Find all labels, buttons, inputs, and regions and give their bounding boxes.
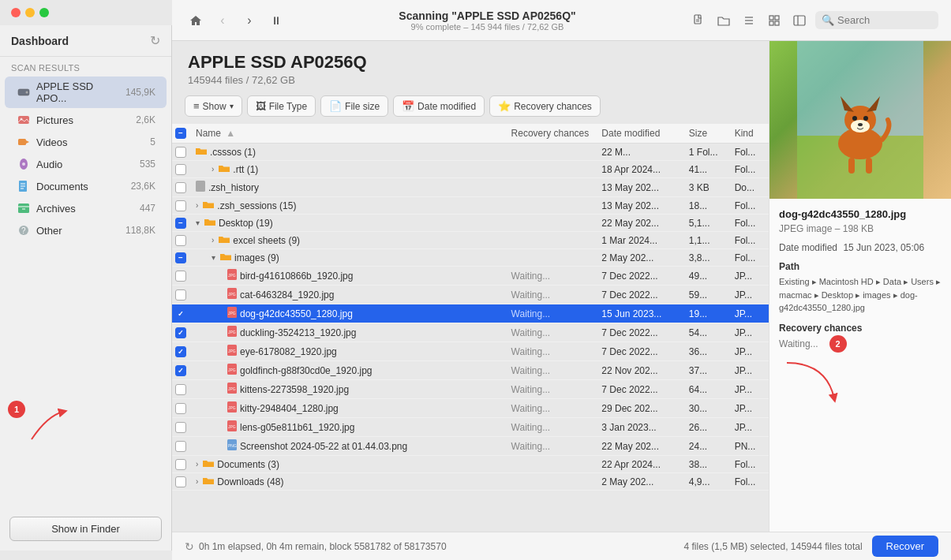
- row-checkbox[interactable]: [175, 327, 186, 338]
- sidebar-item-other[interactable]: ? Other 118,8K: [5, 220, 167, 241]
- row-checkbox[interactable]: [175, 346, 186, 357]
- row-checkbox[interactable]: [175, 308, 186, 319]
- file-type-filter-button[interactable]: 🖼 File Type: [247, 95, 316, 117]
- row-checkbox[interactable]: [175, 289, 186, 301]
- kind-column-header[interactable]: Kind: [728, 124, 769, 144]
- svg-point-1: [26, 91, 28, 94]
- sidebar-item-audio-count: 535: [140, 159, 155, 170]
- table-row[interactable]: JPGkittens-2273598_1920.jpgWaiting...7 D…: [172, 380, 769, 399]
- close-button[interactable]: [11, 8, 21, 17]
- file-size-filter-button[interactable]: 📄 File size: [320, 95, 388, 117]
- sidebar-item-audio[interactable]: Audio 535: [5, 154, 167, 174]
- table-row[interactable]: ›excel sheets (9)1 Mar 2024...1,1...Fol.…: [172, 232, 769, 249]
- row-name: JPGbird-g41610866b_1920.jpg: [189, 267, 505, 286]
- row-checkbox[interactable]: [175, 252, 186, 263]
- row-checkbox[interactable]: [175, 384, 186, 395]
- table-row[interactable]: JPGkitty-2948404_1280.jpgWaiting...29 De…: [172, 399, 769, 418]
- table-row[interactable]: JPGcat-6463284_1920.jpgWaiting...7 Dec 2…: [172, 286, 769, 304]
- sidebar-item-documents[interactable]: Documents 23,6K: [5, 176, 167, 196]
- row-checkbox[interactable]: [175, 164, 186, 175]
- sidebar-item-videos[interactable]: Videos 5: [5, 132, 167, 152]
- row-checkbox[interactable]: [175, 147, 186, 158]
- back-button[interactable]: ‹: [212, 9, 234, 32]
- home-button[interactable]: [185, 9, 207, 32]
- row-recovery: Waiting...: [505, 399, 596, 418]
- search-input[interactable]: [837, 14, 932, 26]
- sidebar-item-apple-ssd[interactable]: APPLE SSD APO... 145,9K: [5, 77, 167, 108]
- row-date: 22 M...: [595, 144, 683, 161]
- row-name: .csssos (1): [189, 144, 505, 161]
- row-checkbox[interactable]: [175, 200, 186, 211]
- new-file-button[interactable]: [687, 9, 710, 32]
- date-column-header[interactable]: Date modified: [595, 124, 683, 144]
- name-column-header[interactable]: Name ▲: [189, 124, 505, 144]
- grid-view-button[interactable]: [763, 9, 785, 32]
- table-row[interactable]: ▾Desktop (19)22 May 202...5,1...Fol...: [172, 215, 769, 232]
- sidebar-toggle-button[interactable]: [788, 9, 811, 32]
- table-row[interactable]: ›.zsh_sessions (15)13 May 202...18...Fol…: [172, 197, 769, 215]
- table-row[interactable]: JPGeye-6178082_1920.jpgWaiting...7 Dec 2…: [172, 342, 769, 361]
- row-checkbox[interactable]: [175, 218, 186, 229]
- minimize-button[interactable]: [25, 8, 35, 17]
- row-checkbox[interactable]: [175, 271, 186, 282]
- expand-arrow[interactable]: ›: [212, 165, 214, 174]
- row-kind: JP...: [728, 286, 769, 304]
- sidebar-item-archives[interactable]: Archives 447: [5, 198, 167, 218]
- details-info: dog-g42dc43550_1280.jpg JPEG image – 198…: [769, 199, 951, 532]
- expand-arrow[interactable]: ›: [196, 477, 198, 486]
- show-filter-button[interactable]: ≡ Show ▾: [185, 95, 242, 117]
- expand-arrow[interactable]: ▾: [196, 218, 200, 227]
- row-size: 3,8...: [683, 249, 728, 267]
- row-checkbox[interactable]: [175, 235, 186, 246]
- expand-arrow[interactable]: ▾: [212, 253, 215, 262]
- size-column-header[interactable]: Size: [683, 124, 728, 144]
- list-view-button[interactable]: [738, 9, 760, 32]
- row-kind: JP...: [728, 304, 769, 323]
- row-name: JPGeye-6178082_1920.jpg: [189, 342, 505, 361]
- forward-button[interactable]: ›: [238, 9, 260, 32]
- expand-arrow[interactable]: ›: [196, 201, 198, 210]
- table-row[interactable]: JPGbird-g41610866b_1920.jpgWaiting...7 D…: [172, 267, 769, 286]
- select-all-header[interactable]: [172, 124, 189, 144]
- status-right: 4 files (1,5 MB) selected, 145944 files …: [683, 536, 938, 557]
- row-checkbox[interactable]: [175, 476, 186, 487]
- table-row[interactable]: JPGduckling-3524213_1920.jpgWaiting...7 …: [172, 323, 769, 342]
- expand-arrow[interactable]: ›: [212, 236, 214, 245]
- row-checkbox[interactable]: [175, 441, 186, 452]
- row-kind: JP...: [728, 342, 769, 361]
- table-row[interactable]: ›.rtt (1)18 Apr 2024...41...Fol...: [172, 161, 769, 178]
- row-name-text: excel sheets (9): [233, 235, 300, 246]
- table-row[interactable]: .zsh_history13 May 202...3 KBDo...: [172, 178, 769, 197]
- pause-button[interactable]: ⏸: [265, 9, 287, 32]
- row-checkbox[interactable]: [175, 459, 186, 470]
- row-checkbox[interactable]: [175, 422, 186, 433]
- table-row[interactable]: ›Downloads (48)2 May 202...4,9...Fol...: [172, 473, 769, 491]
- row-checkbox[interactable]: [175, 182, 186, 193]
- expand-arrow[interactable]: ›: [196, 460, 198, 469]
- annotation-badge-1: 1: [8, 401, 25, 418]
- table-row[interactable]: .csssos (1)22 M...1 Fol...Fol...: [172, 144, 769, 161]
- recover-button[interactable]: Recover: [872, 536, 938, 557]
- table-row[interactable]: JPGdog-g42dc43550_1280.jpgWaiting...15 J…: [172, 304, 769, 323]
- table-row[interactable]: JPGlens-g05e811b61_1920.jpgWaiting...3 J…: [172, 418, 769, 437]
- annotation-arrow-2: [779, 359, 942, 409]
- table-row[interactable]: PNGScreenshot 2024-05-22 at 01.44.03.png…: [172, 437, 769, 456]
- table-row[interactable]: ▾images (9)2 May 202...3,8...Fol...: [172, 249, 769, 267]
- select-all-checkbox[interactable]: [175, 128, 186, 139]
- date-modified-filter-button[interactable]: 📅 Date modified: [393, 95, 485, 117]
- recovery-column-header[interactable]: Recovery chances: [505, 124, 596, 144]
- row-checkbox[interactable]: [175, 365, 186, 376]
- maximize-button[interactable]: [39, 8, 49, 17]
- recovery-chances-filter-button[interactable]: ⭐ Recovery chances: [489, 95, 601, 117]
- table-row[interactable]: ›Documents (3)22 Apr 2024...38...Fol...: [172, 456, 769, 473]
- row-kind: JP...: [728, 267, 769, 286]
- show-in-finder-button[interactable]: Show in Finder: [9, 517, 162, 541]
- sidebar-item-pictures[interactable]: Pictures 2,6K: [5, 110, 167, 130]
- table-row[interactable]: JPGgoldfinch-g88f30cd0e_1920.jpgWaiting.…: [172, 361, 769, 380]
- new-folder-button[interactable]: [713, 9, 735, 32]
- row-kind: Fol...: [728, 197, 769, 215]
- details-panel: dog-g42dc43550_1280.jpg JPEG image – 198…: [769, 41, 951, 532]
- search-box[interactable]: 🔍: [815, 11, 938, 29]
- svg-rect-61: [866, 158, 872, 174]
- row-checkbox[interactable]: [175, 403, 186, 414]
